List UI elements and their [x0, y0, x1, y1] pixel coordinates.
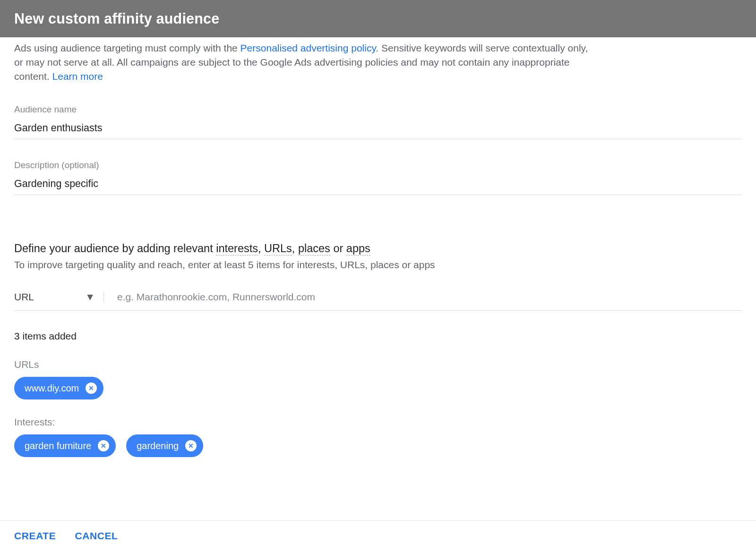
description-label: Description (optional) — [14, 160, 742, 170]
dialog-title: New custom affinity audience — [14, 10, 219, 27]
interests-group-label: Interests: — [14, 416, 742, 428]
entry-input[interactable] — [104, 289, 742, 305]
description-input[interactable] — [14, 175, 742, 195]
entry-type-value: URL — [14, 291, 34, 303]
url-chip: www.diy.com — [14, 377, 103, 399]
define-term-urls: URLs — [264, 242, 292, 255]
chip-label: www.diy.com — [25, 383, 79, 394]
items-added-count: 3 items added — [14, 331, 742, 342]
interest-chip: garden furniture — [14, 434, 116, 457]
policy-message: Ads using audience targeting must comply… — [14, 41, 591, 84]
chip-label: gardening — [137, 441, 179, 451]
define-section: Define your audience by adding relevant … — [14, 240, 742, 457]
policy-text-1: Ads using audience targeting must comply… — [14, 42, 241, 53]
chip-label: garden furniture — [25, 441, 91, 451]
close-icon[interactable] — [185, 440, 197, 451]
policy-link-learn-more[interactable]: Learn more — [52, 71, 103, 82]
define-term-interests: interests — [216, 242, 258, 255]
audience-name-input[interactable] — [14, 119, 742, 139]
define-title-pre: Define your audience by adding relevant — [14, 242, 216, 255]
interest-chip: gardening — [126, 434, 203, 457]
define-term-apps: apps — [346, 242, 370, 255]
define-term-places: places — [298, 242, 330, 255]
url-chips: www.diy.com — [14, 377, 742, 399]
close-icon[interactable] — [98, 440, 109, 451]
define-subtitle: To improve targeting quality and reach, … — [14, 259, 742, 271]
description-field: Description (optional) — [14, 160, 742, 195]
close-icon[interactable] — [86, 382, 97, 394]
chevron-down-icon: ▼ — [85, 291, 95, 303]
urls-group-label: URLs — [14, 359, 742, 370]
audience-name-label: Audience name — [14, 104, 742, 115]
entry-row: URL ▼ — [14, 289, 742, 311]
policy-link-personalised-advertising[interactable]: Personalised advertising policy — [241, 42, 376, 53]
dialog-header: New custom affinity audience — [0, 0, 756, 37]
audience-name-field: Audience name — [14, 104, 742, 139]
define-title: Define your audience by adding relevant … — [14, 240, 742, 256]
interest-chips: garden furnituregardening — [14, 434, 742, 457]
entry-type-select[interactable]: URL ▼ — [14, 291, 104, 303]
